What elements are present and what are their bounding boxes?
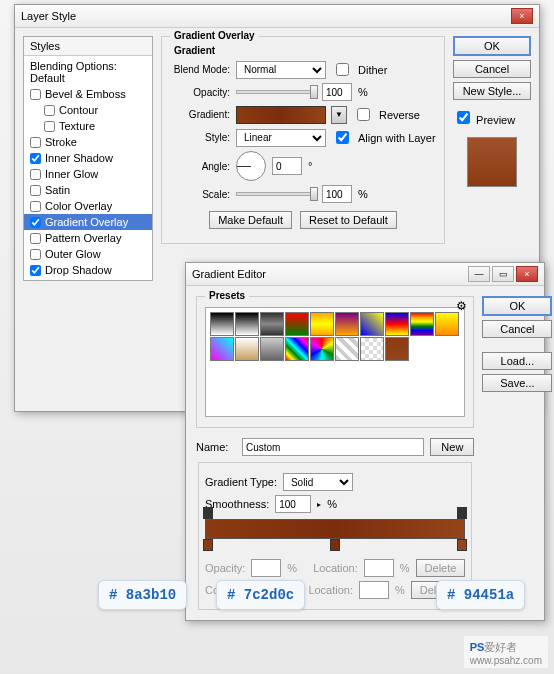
ge-cancel-button[interactable]: Cancel xyxy=(482,320,552,338)
blend-mode-select[interactable]: Normal xyxy=(236,61,326,79)
preset-swatch[interactable] xyxy=(235,312,259,336)
style-stroke[interactable]: Stroke xyxy=(24,134,152,150)
style-drop-shadow[interactable]: Drop Shadow xyxy=(24,262,152,278)
opacity-stop[interactable] xyxy=(457,507,467,519)
scale-input[interactable] xyxy=(322,185,352,203)
style-satin[interactable]: Satin xyxy=(24,182,152,198)
scale-slider[interactable] xyxy=(236,192,316,196)
preview-checkbox[interactable] xyxy=(457,111,470,124)
preset-swatch[interactable] xyxy=(385,312,409,336)
preset-swatch[interactable] xyxy=(360,312,384,336)
new-button[interactable]: New xyxy=(430,438,474,456)
reverse-label: Reverse xyxy=(379,109,420,121)
preset-swatch[interactable] xyxy=(360,337,384,361)
style-contour[interactable]: Contour xyxy=(24,102,152,118)
maximize-icon[interactable]: ▭ xyxy=(492,266,514,282)
ok-button[interactable]: OK xyxy=(453,36,531,56)
ge-titlebar[interactable]: Gradient Editor — ▭ × xyxy=(186,263,544,286)
checkbox-bevel[interactable] xyxy=(30,89,41,100)
checkbox-texture[interactable] xyxy=(44,121,55,132)
ge-load-button[interactable]: Load... xyxy=(482,352,552,370)
style-inner-shadow[interactable]: Inner Shadow xyxy=(24,150,152,166)
minimize-icon[interactable]: — xyxy=(468,266,490,282)
gradient-label: Gradient: xyxy=(170,109,230,120)
style-inner-glow[interactable]: Inner Glow xyxy=(24,166,152,182)
type-select[interactable]: Solid xyxy=(283,473,353,491)
angle-input[interactable] xyxy=(272,157,302,175)
presets-fieldset: Presets ⚙ xyxy=(196,296,474,428)
style-pattern-overlay[interactable]: Pattern Overlay xyxy=(24,230,152,246)
preset-swatch[interactable] xyxy=(260,337,284,361)
opacity-input[interactable] xyxy=(322,83,352,101)
reverse-checkbox[interactable] xyxy=(357,108,370,121)
section-title: Gradient Overlay xyxy=(170,30,259,41)
dropdown-icon[interactable]: ▸ xyxy=(317,500,321,509)
checkbox-pattern-overlay[interactable] xyxy=(30,233,41,244)
gradient-sublabel: Gradient xyxy=(174,45,436,56)
checkbox-drop-shadow[interactable] xyxy=(30,265,41,276)
checkbox-inner-glow[interactable] xyxy=(30,169,41,180)
preset-swatch[interactable] xyxy=(235,337,259,361)
checkbox-stroke[interactable] xyxy=(30,137,41,148)
style-outer-glow[interactable]: Outer Glow xyxy=(24,246,152,262)
style-gradient-overlay[interactable]: Gradient Overlay xyxy=(24,214,152,230)
checkbox-gradient-overlay[interactable] xyxy=(30,217,41,228)
gradient-bar[interactable] xyxy=(205,519,465,539)
preset-swatch[interactable] xyxy=(385,337,409,361)
color-stop[interactable] xyxy=(457,539,467,551)
preset-swatch[interactable] xyxy=(260,312,284,336)
checkbox-satin[interactable] xyxy=(30,185,41,196)
make-default-button[interactable]: Make Default xyxy=(209,211,292,229)
preset-swatch[interactable] xyxy=(210,312,234,336)
style-bevel[interactable]: Bevel & Emboss xyxy=(24,86,152,102)
dither-checkbox[interactable] xyxy=(336,63,349,76)
checkbox-outer-glow[interactable] xyxy=(30,249,41,260)
checkbox-inner-shadow[interactable] xyxy=(30,153,41,164)
ge-save-button[interactable]: Save... xyxy=(482,374,552,392)
new-style-button[interactable]: New Style... xyxy=(453,82,531,100)
style-color-overlay[interactable]: Color Overlay xyxy=(24,198,152,214)
align-label: Align with Layer xyxy=(358,132,436,144)
styles-list: Styles Blending Options: Default Bevel &… xyxy=(23,36,153,281)
opacity-stop[interactable] xyxy=(203,507,213,519)
ge-ok-button[interactable]: OK xyxy=(482,296,552,316)
stop-opacity-input xyxy=(251,559,281,577)
color-stop[interactable] xyxy=(203,539,213,551)
color-badge-2: # 7c2d0c xyxy=(216,580,305,610)
layer-style-titlebar[interactable]: Layer Style × xyxy=(15,5,539,28)
angle-wheel[interactable] xyxy=(236,151,266,181)
preset-swatch[interactable] xyxy=(310,337,334,361)
type-label: Gradient Type: xyxy=(205,476,277,488)
cancel-button[interactable]: Cancel xyxy=(453,60,531,78)
preset-swatch[interactable] xyxy=(310,312,334,336)
style-select[interactable]: Linear xyxy=(236,129,326,147)
align-checkbox[interactable] xyxy=(336,131,349,144)
preset-swatch[interactable] xyxy=(335,337,359,361)
style-texture[interactable]: Texture xyxy=(24,118,152,134)
color-stop[interactable] xyxy=(330,539,340,551)
name-input[interactable] xyxy=(242,438,424,456)
styles-header[interactable]: Styles xyxy=(24,37,152,56)
checkbox-contour[interactable] xyxy=(44,105,55,116)
opacity-slider[interactable] xyxy=(236,90,316,94)
right-buttons: OK Cancel New Style... Preview xyxy=(453,36,531,281)
preset-swatch[interactable] xyxy=(335,312,359,336)
preset-swatch[interactable] xyxy=(410,312,434,336)
checkbox-color-overlay[interactable] xyxy=(30,201,41,212)
color-badge-3: # 94451a xyxy=(436,580,525,610)
preset-swatch[interactable] xyxy=(210,337,234,361)
name-label: Name: xyxy=(196,441,236,453)
gear-icon[interactable]: ⚙ xyxy=(456,299,467,313)
close-icon[interactable]: × xyxy=(511,8,533,24)
smooth-input[interactable] xyxy=(275,495,311,513)
preset-swatch[interactable] xyxy=(285,312,309,336)
close-icon[interactable]: × xyxy=(516,266,538,282)
reset-default-button[interactable]: Reset to Default xyxy=(300,211,397,229)
gradient-dropdown-icon[interactable]: ▼ xyxy=(331,106,347,124)
preset-swatch[interactable] xyxy=(285,337,309,361)
stop-location-input xyxy=(359,581,389,599)
preset-swatch[interactable] xyxy=(435,312,459,336)
gradient-swatch[interactable] xyxy=(236,106,326,124)
blending-options-default[interactable]: Blending Options: Default xyxy=(24,58,152,86)
preview-swatch xyxy=(467,137,517,187)
